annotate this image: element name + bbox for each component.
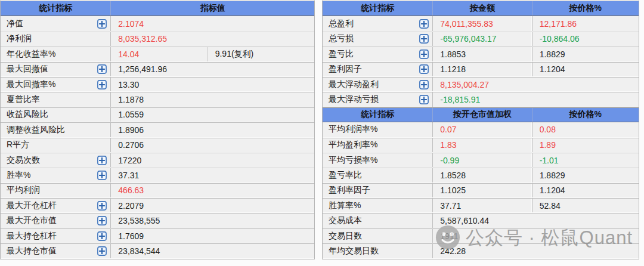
value-cell: 8,035,312.65 [110, 32, 314, 46]
row-label-cell: 总亏损 [323, 32, 432, 46]
expand-plus-icon[interactable] [97, 19, 107, 29]
row-label: 最大回撤率% [7, 79, 55, 90]
table-row: 年均交易日数242.28 [323, 243, 639, 258]
value-cell: 9.91(复利) [208, 47, 314, 61]
row-label: 总盈利 [329, 18, 354, 29]
expand-plus-icon[interactable] [97, 201, 107, 211]
value-cell: 1.0559 [110, 108, 314, 122]
expand-plus-icon[interactable] [97, 156, 107, 165]
row-label-cell: 年化收益率% [1, 47, 110, 61]
value-cell: 2.1074 [110, 16, 314, 30]
value-cell: 1.8906 [110, 123, 314, 137]
column-header: 指标值 [110, 1, 314, 16]
row-label-cell: 最大持仓市值 [1, 244, 110, 258]
value-cell: 1.1025 [432, 184, 531, 197]
value-cell: 1.8829 [532, 168, 639, 182]
expand-plus-icon[interactable] [419, 50, 429, 59]
expand-plus-icon[interactable] [419, 64, 429, 74]
row-label: 最大开仓市值 [7, 215, 57, 226]
table-row: 盈利率因子1.10251.1204 [323, 183, 639, 198]
row-label-cell: 最大开仓市值 [1, 214, 110, 227]
row-label-cell: 盈利因子 [323, 63, 432, 76]
row-label-cell: 最大浮动盈利 [323, 78, 432, 91]
expand-plus-icon[interactable] [419, 34, 429, 44]
value-cell: -0.99 [432, 153, 531, 167]
row-label: 盈利率因子 [329, 185, 370, 196]
table-row: 胜率%37.31 [1, 168, 314, 183]
row-label: 最大浮动亏损 [329, 94, 379, 105]
column-header: 统计指标 [323, 1, 432, 16]
value-cell: 1.83 [432, 138, 531, 152]
row-label-cell: 盈亏比 [323, 47, 432, 61]
row-label: 最大回撤值 [7, 64, 48, 75]
row-label-cell: 交易次数 [1, 153, 110, 167]
row-label: 净值 [7, 18, 23, 29]
value-cell: 1911 [432, 229, 639, 243]
expand-plus-icon[interactable] [97, 64, 107, 74]
row-label: 最大浮动盈利 [329, 79, 379, 90]
column-header: 按金额 [432, 1, 531, 16]
row-label: 盈亏率比 [329, 170, 362, 181]
table-header-row: 统计指标按金额按价格% [323, 1, 639, 16]
row-label: R平方 [7, 140, 29, 150]
expand-plus-icon[interactable] [419, 95, 429, 104]
table-row: 总亏损-65,976,043.17-10,864.06 [323, 32, 639, 47]
table-row: 最大持仓杠杆1.7609 [1, 228, 314, 243]
row-label: 收益风险比 [7, 109, 48, 120]
table-row: 最大回撤率%13.30 [1, 77, 314, 92]
table-row: R平方0.2706 [1, 138, 314, 153]
value-cell: 1.8853 [432, 47, 531, 61]
value-cell: 0.2706 [110, 138, 314, 152]
expand-plus-icon[interactable] [97, 80, 107, 89]
row-label: 胜算率% [329, 200, 361, 211]
value-cell: 1.1878 [110, 92, 314, 106]
value-cell: 12,171.86 [532, 16, 639, 30]
table-row: 盈亏比1.88531.8829 [323, 47, 639, 61]
table-header-row: 统计指标按开仓市值加权按价格% [323, 107, 639, 122]
row-label-cell: 收益风险比 [1, 108, 110, 122]
row-label-cell: 平均利润率% [323, 122, 432, 137]
row-label-cell: 胜算率% [323, 199, 432, 212]
expand-plus-icon[interactable] [97, 231, 107, 241]
row-label: 盈利因子 [329, 64, 362, 75]
expand-plus-icon[interactable] [419, 80, 429, 89]
table-row: 交易次数17220 [1, 153, 314, 168]
statistics-table-right: 统计指标按金额按价格%总盈利74,011,355.8312,171.86总亏损-… [322, 0, 639, 259]
row-label: 平均利润率% [329, 124, 377, 135]
table-row: 年化收益率%14.049.91(复利) [1, 47, 314, 61]
table-row: 最大浮动盈利8,135,004.27 [323, 77, 639, 92]
value-cell: 8,135,004.27 [432, 78, 639, 91]
expand-plus-icon[interactable] [97, 216, 107, 225]
row-label-cell: 总盈利 [323, 16, 432, 30]
row-label-cell: 盈亏率比 [323, 168, 432, 182]
value-cell: 17220 [110, 153, 314, 167]
value-cell: 5,587,610.44 [432, 214, 639, 227]
row-label-cell: 净利润 [1, 32, 110, 46]
value-cell: -18,815.91 [432, 92, 639, 106]
expand-plus-icon[interactable] [419, 19, 429, 29]
table-row: 净利润8,035,312.65 [1, 32, 314, 47]
value-cell: 1,256,491.96 [110, 63, 314, 76]
value-cell: 0.07 [432, 122, 531, 137]
table-row: 收益风险比1.0559 [1, 107, 314, 122]
value-cell: 52.84 [532, 199, 639, 212]
table-row: 最大开仓杠杆2.2079 [1, 198, 314, 213]
expand-plus-icon[interactable] [97, 171, 107, 180]
row-label: 平均利润 [7, 185, 40, 196]
column-header: 按开仓市值加权 [432, 108, 531, 122]
row-label-cell: 调整收益风险比 [1, 123, 110, 137]
table-row: 胜算率%37.7152.84 [323, 198, 639, 213]
value-cell: 1.7609 [110, 229, 314, 243]
row-label: 最大开仓杠杆 [7, 200, 57, 211]
value-cell: 2.2079 [110, 199, 314, 212]
row-label-cell: 最大持仓杠杆 [1, 229, 110, 243]
value-cell: 37.31 [110, 168, 314, 182]
row-label: 盈亏比 [329, 49, 354, 60]
table-row: 最大持仓市值23,834,544 [1, 243, 314, 258]
expand-plus-icon[interactable] [97, 246, 107, 256]
value-cell: -65,976,043.17 [432, 32, 531, 46]
table-row: 最大回撤值1,256,491.96 [1, 62, 314, 77]
value-cell: 37.71 [432, 199, 531, 212]
row-label-cell: R平方 [1, 138, 110, 152]
row-label-cell: 胜率% [1, 168, 110, 182]
